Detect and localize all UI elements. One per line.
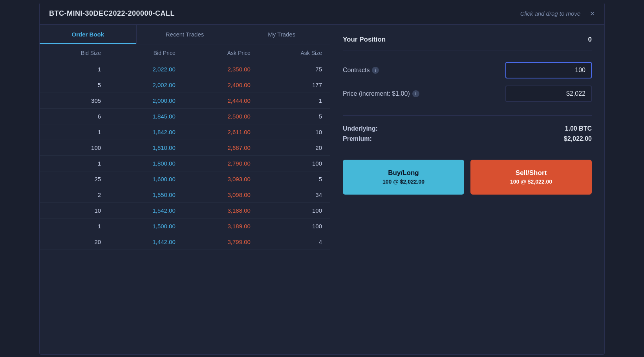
ask-price[interactable]: 3,799.00 — [183, 234, 258, 250]
table-row[interactable]: 10 1,542.00 3,188.00 100 — [40, 202, 330, 218]
position-value: 0 — [588, 36, 592, 44]
ask-price[interactable]: 2,444.00 — [183, 93, 258, 108]
ask-price[interactable]: 3,188.00 — [183, 202, 258, 218]
divider-1 — [343, 51, 592, 51]
bid-price[interactable]: 2,002.00 — [109, 77, 183, 93]
tab-recent-trades[interactable]: Recent Trades — [137, 25, 234, 44]
bid-price[interactable]: 2,022.00 — [109, 62, 183, 77]
ask-size: 75 — [258, 62, 330, 77]
ask-price[interactable]: 2,611.00 — [183, 124, 258, 140]
buy-long-button[interactable]: Buy/Long 100 @ $2,022.00 — [343, 160, 464, 195]
ask-price[interactable]: 2,687.00 — [183, 140, 258, 155]
ask-price[interactable]: 3,189.00 — [183, 218, 258, 234]
bid-size: 20 — [40, 234, 109, 250]
ask-size: 100 — [258, 155, 330, 171]
sell-button-sub-label: 100 @ $2,022.00 — [477, 178, 585, 186]
table-row[interactable]: 2 1,550.00 3,098.00 34 — [40, 187, 330, 202]
instrument-title: BTC-MINI-30DEC2022-200000-CALL — [49, 9, 175, 18]
table-row[interactable]: 5 2,002.00 2,400.00 177 — [40, 77, 330, 93]
trading-widget: BTC-MINI-30DEC2022-200000-CALL Click and… — [39, 3, 605, 355]
bid-size: 6 — [40, 108, 109, 124]
underlying-value: 1.00 BTC — [565, 125, 592, 132]
table-row[interactable]: 1 1,500.00 3,189.00 100 — [40, 218, 330, 234]
ask-size: 10 — [258, 124, 330, 140]
ask-size: 20 — [258, 140, 330, 155]
tab-my-trades[interactable]: My Trades — [233, 25, 330, 44]
header-right: Click and drag to move × — [520, 9, 595, 18]
table-row[interactable]: 305 2,000.00 2,444.00 1 — [40, 93, 330, 108]
ask-size: 100 — [258, 218, 330, 234]
table-row[interactable]: 1 1,842.00 2,611.00 10 — [40, 124, 330, 140]
bid-size: 25 — [40, 171, 109, 187]
price-info-icon[interactable]: i — [412, 90, 419, 97]
col-ask-price: Ask Price — [183, 44, 258, 62]
contracts-input[interactable] — [505, 62, 592, 78]
info-rows: Underlying: 1.00 BTC Premium: $2,022.00 — [343, 125, 592, 146]
bid-price[interactable]: 1,550.00 — [109, 187, 183, 202]
right-panel: Your Position 0 Contracts i Price (incre… — [330, 25, 604, 354]
order-book-table: Bid Size Bid Price Ask Price Ask Size 1 … — [40, 44, 330, 354]
bid-size: 1 — [40, 155, 109, 171]
ask-price[interactable]: 2,500.00 — [183, 108, 258, 124]
ask-size: 100 — [258, 202, 330, 218]
ask-size: 4 — [258, 234, 330, 250]
ask-size: 1 — [258, 93, 330, 108]
position-label: Your Position — [343, 36, 386, 44]
underlying-label: Underlying: — [343, 125, 378, 132]
bid-size: 305 — [40, 93, 109, 108]
buy-button-sub-label: 100 @ $2,022.00 — [349, 178, 458, 186]
underlying-row: Underlying: 1.00 BTC — [343, 125, 592, 132]
bid-size: 1 — [40, 218, 109, 234]
contracts-info-icon[interactable]: i — [372, 67, 379, 74]
buy-button-main-label: Buy/Long — [349, 168, 458, 178]
bid-size: 1 — [40, 62, 109, 77]
tabs: Order Book Recent Trades My Trades — [40, 25, 330, 44]
bid-size: 100 — [40, 140, 109, 155]
main-content: Order Book Recent Trades My Trades Bid S… — [40, 25, 604, 354]
table-row[interactable]: 100 1,810.00 2,687.00 20 — [40, 140, 330, 155]
premium-value: $2,022.00 — [564, 135, 592, 142]
sell-button-main-label: Sell/Short — [477, 168, 585, 178]
col-ask-size: Ask Size — [258, 44, 330, 62]
bid-price[interactable]: 1,845.00 — [109, 108, 183, 124]
bid-price[interactable]: 2,000.00 — [109, 93, 183, 108]
price-input[interactable] — [505, 86, 592, 102]
table-row[interactable]: 20 1,442.00 3,799.00 4 — [40, 234, 330, 250]
sell-short-button[interactable]: Sell/Short 100 @ $2,022.00 — [470, 160, 592, 195]
contracts-label: Contracts i — [343, 67, 379, 74]
ask-price[interactable]: 3,098.00 — [183, 187, 258, 202]
contracts-row: Contracts i — [343, 62, 592, 78]
left-panel: Order Book Recent Trades My Trades Bid S… — [40, 25, 330, 354]
bid-price[interactable]: 1,442.00 — [109, 234, 183, 250]
bid-price[interactable]: 1,500.00 — [109, 218, 183, 234]
bid-size: 10 — [40, 202, 109, 218]
ask-price[interactable]: 3,093.00 — [183, 171, 258, 187]
divider-2 — [343, 115, 592, 116]
ask-size: 34 — [258, 187, 330, 202]
bid-price[interactable]: 1,600.00 — [109, 171, 183, 187]
bid-size: 5 — [40, 77, 109, 93]
bid-price[interactable]: 1,810.00 — [109, 140, 183, 155]
bid-size: 2 — [40, 187, 109, 202]
header: BTC-MINI-30DEC2022-200000-CALL Click and… — [40, 3, 604, 25]
col-bid-price: Bid Price — [109, 44, 183, 62]
ask-price[interactable]: 2,350.00 — [183, 62, 258, 77]
tab-order-book[interactable]: Order Book — [40, 25, 137, 44]
bid-size: 1 — [40, 124, 109, 140]
bid-price[interactable]: 1,842.00 — [109, 124, 183, 140]
drag-hint: Click and drag to move — [520, 10, 580, 17]
premium-label: Premium: — [343, 135, 372, 142]
ask-price[interactable]: 2,400.00 — [183, 77, 258, 93]
close-button[interactable]: × — [590, 9, 595, 18]
table-row[interactable]: 25 1,600.00 3,093.00 5 — [40, 171, 330, 187]
table-row[interactable]: 1 2,022.00 2,350.00 75 — [40, 62, 330, 77]
price-label: Price (increment: $1.00) i — [343, 90, 419, 97]
position-row: Your Position 0 — [343, 36, 592, 44]
table-row[interactable]: 6 1,845.00 2,500.00 5 — [40, 108, 330, 124]
table-row[interactable]: 1 1,800.00 2,790.00 100 — [40, 155, 330, 171]
action-buttons: Buy/Long 100 @ $2,022.00 Sell/Short 100 … — [343, 160, 592, 195]
premium-row: Premium: $2,022.00 — [343, 135, 592, 142]
ask-price[interactable]: 2,790.00 — [183, 155, 258, 171]
bid-price[interactable]: 1,542.00 — [109, 202, 183, 218]
bid-price[interactable]: 1,800.00 — [109, 155, 183, 171]
